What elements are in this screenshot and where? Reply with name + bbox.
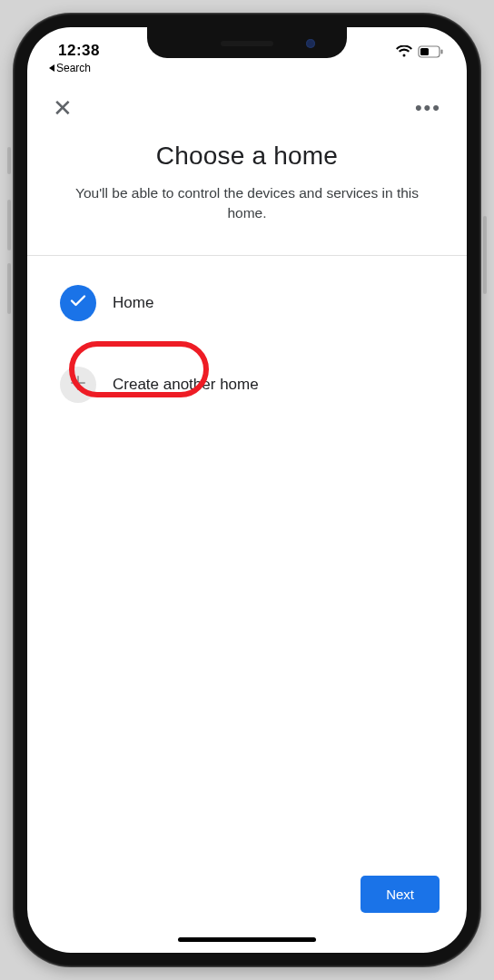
volume-down-button bbox=[7, 263, 11, 314]
create-home-label: Create another home bbox=[113, 376, 259, 394]
back-label: Search bbox=[56, 62, 91, 74]
plus-icon bbox=[60, 367, 96, 403]
svg-rect-2 bbox=[420, 48, 429, 55]
screen: 12:38 Search ✕ ••• bbox=[27, 27, 467, 953]
back-to-search[interactable]: Search bbox=[49, 62, 91, 74]
home-option-label: Home bbox=[113, 294, 153, 312]
volume-up-button bbox=[7, 200, 11, 250]
more-button[interactable]: ••• bbox=[415, 96, 441, 120]
footer: Next bbox=[361, 876, 440, 913]
home-options-list: Home Create another home bbox=[27, 256, 467, 456]
wifi-icon bbox=[396, 45, 412, 62]
page-title: Choose a home bbox=[64, 142, 430, 171]
phone-body: 12:38 Search ✕ ••• bbox=[13, 13, 481, 967]
notch bbox=[147, 27, 347, 58]
check-icon bbox=[60, 285, 96, 321]
status-right bbox=[396, 45, 443, 62]
page-subtitle: You'll be able to control the devices an… bbox=[64, 183, 430, 224]
next-button[interactable]: Next bbox=[361, 876, 440, 913]
back-caret-icon bbox=[49, 64, 54, 72]
silent-switch bbox=[7, 147, 11, 174]
create-another-home[interactable]: Create another home bbox=[54, 356, 440, 414]
home-indicator[interactable] bbox=[178, 937, 316, 942]
phone-frame: 12:38 Search ✕ ••• bbox=[0, 0, 494, 980]
battery-icon bbox=[418, 45, 443, 62]
status-time: 12:38 bbox=[58, 42, 100, 60]
home-option-selected[interactable]: Home bbox=[54, 274, 440, 332]
power-button bbox=[483, 216, 487, 294]
svg-rect-1 bbox=[441, 50, 443, 54]
toolbar: ✕ ••• bbox=[27, 83, 467, 132]
close-button[interactable]: ✕ bbox=[53, 96, 73, 120]
